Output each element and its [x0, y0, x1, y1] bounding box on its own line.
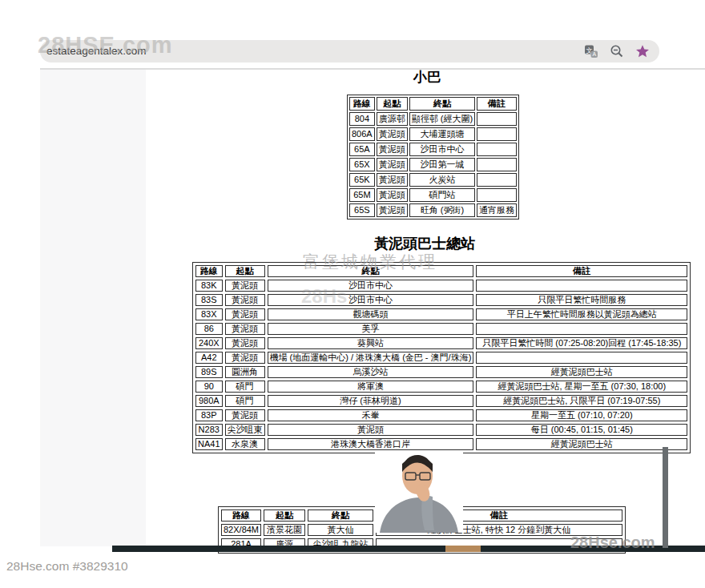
table-cell: 星期一至五 (07:10, 07:20) — [476, 409, 687, 421]
table-cell: 黃泥頭 — [377, 203, 408, 217]
column-header: 備註 — [476, 265, 687, 277]
table-cell: 廣源邨 — [377, 112, 408, 126]
table-cell: 83P — [195, 409, 223, 421]
table-cell: 65X — [349, 158, 375, 171]
column-header: 起點 — [225, 265, 265, 277]
minibus-section-title: 小巴 — [347, 68, 507, 87]
table-row: 90碩門將軍澳經黃泥頭巴士站, 星期一至五 (07:30, 18:00) — [195, 381, 687, 393]
table-cell — [476, 352, 687, 364]
table-header-row: 路線起點終點備註 — [195, 265, 687, 277]
column-header: 路線 — [221, 509, 261, 522]
table-cell: 水泉澳 — [225, 438, 265, 450]
table-header-row: 路線起點終點備註 — [349, 97, 517, 111]
table-cell: 碩門 — [225, 381, 265, 393]
table-cell: 經黃泥頭巴士站, 只限平日 (07:19-07:55) — [476, 395, 687, 407]
table-cell: 大埔運頭塘 — [409, 127, 475, 141]
table-cell: 通宵服務 — [477, 203, 517, 217]
table-cell: 黃泥頭 — [377, 158, 408, 171]
table-cell: 83X — [195, 308, 223, 320]
table-cell: 碩門站 — [409, 188, 475, 202]
table-cell: 黃大仙 — [308, 524, 373, 536]
table-cell: 只限平日繁忙時間 (07:25-08:20)回程 (17:45-18:35) — [476, 337, 687, 349]
table-row: 65K黃泥頭火炭站 — [349, 173, 517, 187]
table-cell: 顯徑邨 (經大圍) — [409, 112, 475, 126]
translate-icon[interactable]: 文 A — [584, 44, 598, 58]
table-cell: 烏溪沙站 — [268, 366, 474, 378]
table-row: 83X黃泥頭觀塘碼頭平日上午繁忙時間服務以黃泥頭為總站 — [195, 308, 687, 320]
browser-window: 28HSE.com estateagentalex.com 文 A 小巴 路線起… — [0, 0, 705, 588]
table-row: 89S圓洲角烏溪沙站經黃泥頭巴士站 — [195, 366, 687, 378]
table-cell: NA41 — [195, 438, 223, 450]
table-cell: 黃泥頭 — [377, 143, 408, 156]
table-cell: 黃泥頭 — [377, 173, 408, 187]
table-cell: 89S — [195, 366, 223, 378]
table-cell: 65M — [349, 188, 375, 202]
table-cell: 65S — [349, 203, 375, 217]
table-cell — [477, 112, 517, 126]
table-row: 86黃泥頭美孚 — [195, 323, 687, 335]
table-cell: 沙田市中心 — [268, 294, 474, 306]
table-cell: 只限平日繁忙時間服務 — [476, 294, 687, 306]
table-cell: 65K — [349, 173, 375, 187]
table-cell — [477, 188, 517, 202]
table-cell: 黃泥頭 — [225, 280, 265, 292]
table-cell: 83S — [195, 294, 223, 306]
table-cell — [476, 280, 687, 292]
table-cell: 美孚 — [268, 323, 474, 335]
table-cell: 圓洲角 — [225, 366, 265, 378]
watermark-top-left: 28HSE.com — [38, 32, 173, 58]
table-cell: 碩門 — [225, 395, 265, 407]
listing-photo-person — [375, 450, 463, 533]
table-cell: 黃泥頭 — [377, 127, 408, 141]
table-cell: 沙田市中心 — [409, 143, 475, 156]
table-row: 804廣源邨顯徑邨 (經大圍) — [349, 112, 517, 126]
table-cell: 沙田第一城 — [409, 158, 475, 171]
table-cell: 83K — [195, 280, 223, 292]
bookmark-star-icon[interactable] — [635, 44, 650, 58]
table-cell: 65A — [349, 143, 375, 156]
table-row: 65M黃泥頭碩門站 — [349, 188, 517, 202]
column-header: 備註 — [477, 97, 517, 111]
table-cell: N283 — [195, 424, 223, 436]
table-row: 83P黃泥頭禾輋星期一至五 (07:10, 07:20) — [195, 409, 687, 421]
table-cell: 火炭站 — [409, 173, 475, 187]
table-cell: 禾輋 — [268, 409, 474, 421]
table-row: 65X黃泥頭沙田第一城 — [349, 158, 517, 171]
table-row: 980A碩門灣仔 (菲林明道)經黃泥頭巴士站, 只限平日 (07:19-07:5… — [195, 395, 687, 407]
table-row: 65A黃泥頭沙田市中心 — [349, 143, 517, 156]
table-cell: 灣仔 (菲林明道) — [268, 395, 474, 407]
table-cell: 經黃泥頭巴士站 — [476, 366, 687, 378]
table-cell: 黃泥頭 — [377, 188, 408, 202]
table-cell: 黃泥頭 — [225, 323, 265, 335]
column-header: 起點 — [377, 97, 408, 111]
table-cell: 旺角 (弼街) — [409, 203, 475, 217]
table-cell: 黃泥頭 — [225, 409, 265, 421]
table-cell: 黃泥頭 — [225, 352, 265, 364]
column-header: 路線 — [195, 265, 223, 277]
column-header: 終點 — [308, 509, 373, 522]
table-cell: 90 — [195, 381, 223, 393]
table-cell: 86 — [195, 323, 223, 335]
zoom-out-icon[interactable] — [610, 44, 624, 58]
table-cell: 每日 (00:45, 01:15, 01:45) — [476, 424, 687, 436]
table-cell: 港珠澳大橋香港口岸 — [268, 438, 474, 450]
table-cell: 將軍澳 — [268, 381, 474, 393]
table-cell — [477, 143, 517, 156]
table-row: 240X黃泥頭葵興站只限平日繁忙時間 (07:25-08:20)回程 (17:4… — [195, 337, 687, 349]
table-row: 83S黃泥頭沙田市中心只限平日繁忙時間服務 — [195, 294, 687, 306]
table-cell: 觀塘碼頭 — [268, 308, 474, 320]
table-row: A42黃泥頭機場 (地面運輸中心) / 港珠澳大橋 (金巴 - 澳門/珠海) — [195, 352, 687, 364]
table-cell: 平日上午繁忙時間服務以黃泥頭為總站 — [476, 308, 687, 320]
table-cell: 葵興站 — [268, 337, 474, 349]
routes-table: 路線起點終點備註804廣源邨顯徑邨 (經大圍)806A黃泥頭大埔運頭塘65A黃泥… — [347, 95, 519, 219]
svg-text:A: A — [592, 51, 596, 57]
table-cell: 240X — [195, 337, 223, 349]
table-row: 83K黃泥頭沙田市中心 — [195, 280, 687, 292]
routes-table: 路線起點終點備註83K黃泥頭沙田市中心83S黃泥頭沙田市中心只限平日繁忙時間服務… — [192, 262, 691, 453]
table-cell: 黃泥頭 — [268, 424, 474, 436]
table-cell — [477, 158, 517, 171]
column-header: 起點 — [264, 509, 305, 522]
table-cell: 980A — [195, 395, 223, 407]
table-cell: 804 — [349, 112, 375, 126]
table-cell: 黃泥頭 — [225, 337, 265, 349]
